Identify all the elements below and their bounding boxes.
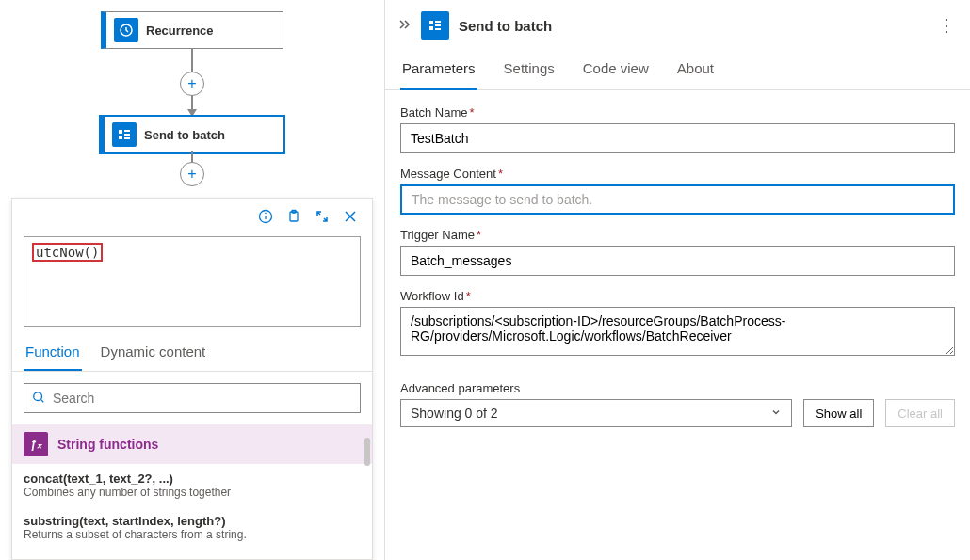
close-icon[interactable] [342,208,359,225]
svg-rect-15 [435,21,441,23]
message-content-input[interactable] [400,184,955,215]
node-label: Send to batch [144,128,225,142]
clipboard-icon[interactable] [285,208,302,225]
svg-rect-5 [124,137,130,139]
svg-point-8 [265,213,267,215]
svg-rect-16 [435,24,441,26]
info-icon[interactable] [257,208,274,225]
svg-rect-14 [429,26,433,30]
add-step-button[interactable]: + [180,162,204,186]
function-item-concat[interactable]: concat(text_1, text_2?, ...) Combines an… [12,464,372,506]
category-label: String functions [57,437,158,452]
function-description: Returns a subset of characters from a st… [24,528,361,541]
workflow-node-recurrence[interactable]: Recurrence [101,11,283,49]
function-search-input[interactable] [24,383,361,413]
batch-name-label: Batch Name* [400,105,955,120]
tab-dynamic-content[interactable]: Dynamic content [99,336,208,371]
function-item-substring[interactable]: substring(text, startIndex, length?) Ret… [12,506,372,549]
svg-line-12 [41,399,44,402]
workflow-id-input[interactable] [400,307,955,356]
more-menu-icon[interactable]: ⋮ [938,15,955,36]
expression-textarea[interactable]: utcNow() [24,236,361,327]
collapse-panel-icon[interactable] [396,16,412,36]
batch-name-input[interactable] [400,123,955,153]
fx-icon: ƒₓ [24,432,48,456]
svg-rect-2 [119,136,122,139]
trigger-name-label: Trigger Name* [400,228,955,242]
workflow-id-label: Workflow Id* [400,289,955,303]
function-name: concat(text_1, text_2?, ...) [24,472,361,486]
expression-panel: utcNow() Function Dynamic content ƒₓ Str… [11,198,373,560]
trigger-name-input[interactable] [400,246,955,276]
show-all-button[interactable]: Show all [803,399,874,427]
expand-icon[interactable] [314,208,331,225]
svg-point-11 [34,392,42,400]
tab-code-view[interactable]: Code view [581,51,651,89]
function-category-header[interactable]: ƒₓ String functions [12,424,372,464]
tab-parameters[interactable]: Parameters [400,51,477,90]
clear-all-button[interactable]: Clear all [885,399,955,427]
tab-function[interactable]: Function [24,336,82,371]
search-text[interactable] [53,391,352,406]
node-label: Recurrence [146,24,214,38]
advanced-parameters-label: Advanced parameters [400,381,792,395]
search-icon [32,391,45,407]
insert-step-button[interactable]: + [180,72,204,96]
dropdown-selected: Showing 0 of 2 [411,406,498,421]
advanced-parameters-dropdown[interactable]: Showing 0 of 2 [400,399,792,427]
workflow-node-send-to-batch[interactable]: Send to batch [99,115,285,154]
chevron-down-icon [770,406,782,421]
svg-rect-13 [429,21,433,24]
svg-rect-4 [124,134,130,136]
panel-title: Send to batch [459,18,552,34]
batch-icon [421,11,449,40]
function-description: Combines any number of strings together [24,486,361,499]
expression-text: utcNow() [32,243,103,262]
svg-rect-3 [124,130,130,132]
tab-settings[interactable]: Settings [502,51,557,89]
tab-about[interactable]: About [675,51,716,89]
clock-icon [114,18,138,42]
svg-rect-17 [435,28,441,30]
batch-icon [112,122,137,147]
message-content-label: Message Content* [400,167,955,181]
function-name: substring(text, startIndex, length?) [24,514,361,528]
svg-rect-1 [119,130,122,134]
scrollbar[interactable] [364,438,370,466]
